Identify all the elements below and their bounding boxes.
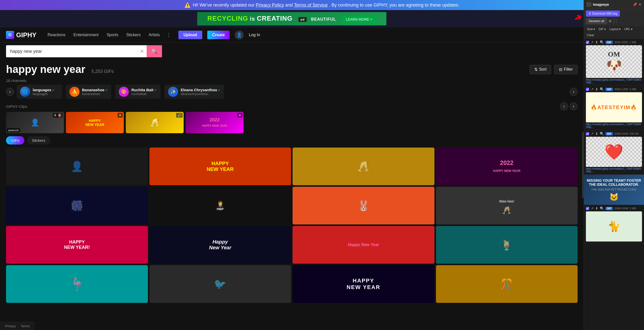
gif-item-6[interactable]: 🤵HBP	[149, 187, 291, 224]
gif-item-2[interactable]: HAPPYNEW YEAR	[149, 148, 291, 185]
gif-item-4[interactable]: 2022HAPPY NEW YEAR	[436, 148, 578, 185]
imageeye-settings-button[interactable]: ⚙	[609, 19, 612, 23]
imageeye-pin-button[interactable]: 📌	[633, 3, 637, 7]
imageeye-deselect-button[interactable]: Deselect all	[586, 18, 607, 24]
nav-reactions[interactable]: Reactions	[44, 31, 69, 39]
ie-item-1-preview[interactable]: OM 🐶	[586, 45, 642, 78]
ie-item-2-url: https://media2.giphy.com/media/v1_Y2lkPT…	[586, 123, 642, 128]
imageeye-ad[interactable]: MISSING YOUR TEAM? FOSTER THE IDEAL COLL…	[584, 175, 644, 205]
gif-item-1[interactable]: 👤	[6, 148, 148, 185]
clip-volume-button-2[interactable]: ✕	[117, 113, 123, 118]
gif-item-5[interactable]: 🎆	[6, 187, 148, 224]
clip-item-1[interactable]: 👤 peacock 🔇 ✕	[6, 112, 64, 133]
channel-card-bananashoe[interactable]: 🍌 Bananashoe✓ bananashoe	[66, 85, 111, 99]
ie-item-4-checkbox[interactable]	[586, 207, 589, 210]
clip-item-2[interactable]: HAPPYNEW YEAR ✕	[66, 112, 124, 133]
tab-gifs[interactable]: GIFs	[6, 136, 24, 145]
ie-item-2-preview[interactable]: 🔥ATESTEYIM🔥	[586, 92, 642, 122]
gif-item-13[interactable]: 🦩	[6, 265, 148, 303]
channels-nav: ‹ 🌐 languages✓ languages 🍌 Bananashoe✓ b…	[6, 85, 578, 99]
channel-card-ruchita[interactable]: 🎨 Ruchita Bait✓ ruchitabait	[115, 85, 160, 99]
ie-item-1-size: 2 MB	[630, 41, 636, 44]
gif-item-3[interactable]: 🥂	[293, 148, 434, 185]
sort-button[interactable]: ⇅ Sort	[530, 65, 551, 74]
ie-item-2-open-button[interactable]: ↗	[591, 87, 594, 91]
nav-artists[interactable]: Artists	[145, 31, 163, 39]
ie-item-4-open-button[interactable]: ↗	[591, 206, 594, 210]
gif-item-12[interactable]: 🍹	[436, 226, 578, 264]
ie-item-4-download-button[interactable]: ⬇	[595, 206, 598, 210]
ie-item-4-preview[interactable]: 🐈	[586, 211, 642, 242]
ie-item-2-checkbox[interactable]	[586, 88, 589, 91]
filter-layout-button[interactable]: Layout ▾	[608, 27, 622, 31]
content-tabs: GIFs Stickers	[0, 135, 584, 146]
channel-card-eleana[interactable]: ✨ Eleana Chrysanthou✓ eleanachrysanthou	[165, 85, 224, 99]
nav-entertainment[interactable]: Entertainment	[70, 31, 102, 39]
gif-item-9[interactable]: HAPPYNEW YEAR!	[6, 226, 148, 264]
filter-clear-button[interactable]: Clear	[586, 33, 595, 37]
filter-gif-button[interactable]: GIF ▾	[597, 27, 607, 31]
ie-item-1-download-button[interactable]: ⬇	[595, 40, 598, 44]
channels-label: 18 channels	[6, 78, 578, 83]
clips-prev-button[interactable]: ‹	[560, 102, 568, 110]
ie-item-1-checkbox[interactable]	[586, 41, 589, 44]
create-button[interactable]: Create	[207, 31, 230, 39]
tos-link[interactable]: Terms of Service	[294, 3, 328, 8]
gif-item-11[interactable]: Happy New Year	[293, 226, 434, 264]
imageeye-expand-button[interactable]: ⛶	[613, 19, 617, 23]
clip-volume-button-4[interactable]: ✕	[237, 113, 243, 118]
user-avatar-icon[interactable]: 👤	[235, 30, 244, 39]
nav-links: Reactions Entertainment Sports Stickers …	[44, 30, 173, 39]
clip-item-4[interactable]: 2022HAPPY NEW YEAR ✕	[186, 112, 244, 133]
gif-item-14[interactable]: 🐦	[149, 265, 291, 303]
privacy-policy-link[interactable]: Privacy Policy	[256, 3, 284, 8]
clips-next-button[interactable]: ›	[570, 102, 578, 110]
upload-button[interactable]: Upload	[178, 31, 202, 39]
ie-item-3-checkbox[interactable]	[586, 132, 589, 135]
ie-item-2-actions: ↗ ⬇ 🔍	[591, 87, 604, 91]
clip-close-button-1[interactable]: ✕	[53, 113, 58, 118]
ad-banner-inner[interactable]: RECYCLING is CREATING ad BEAUTIFUL LEARN…	[197, 12, 386, 25]
tab-stickers[interactable]: Stickers	[27, 136, 50, 145]
filter-size-button[interactable]: Size ▾	[586, 27, 596, 31]
nav-stickers[interactable]: Stickers	[123, 31, 144, 39]
channels-prev-button[interactable]: ‹	[6, 88, 14, 96]
channel-avatar-eleana: ✨	[168, 87, 178, 97]
ie-item-3-preview[interactable]: ❤️	[586, 137, 642, 167]
gif-item-16[interactable]: 🎊	[436, 265, 578, 303]
ie-item-2-zoom-button[interactable]: 🔍	[600, 87, 604, 91]
gif-item-7[interactable]: 🐰	[293, 187, 434, 224]
filter-button[interactable]: ⊟ Filter	[554, 65, 578, 74]
channels-next-button[interactable]: ›	[570, 88, 578, 96]
verified-icon-4: ✓	[218, 88, 220, 92]
search-button[interactable]: 🔍	[147, 45, 162, 57]
gif-item-15[interactable]: HAPPYNEW YEAR	[293, 265, 434, 303]
gif-item-10[interactable]: HappyNew Year	[149, 226, 291, 264]
channel-card-languages[interactable]: 🌐 languages✓ languages	[17, 85, 62, 99]
giphy-logo[interactable]: G GIPHY	[6, 31, 36, 39]
channels-list: 🌐 languages✓ languages 🍌 Bananashoe✓ ban…	[17, 85, 567, 99]
ad-cta-button[interactable]: LEARN MORE >	[342, 16, 376, 23]
footer-terms-link[interactable]: Terms	[21, 324, 30, 328]
ie-item-1-open-button[interactable]: ↗	[591, 40, 594, 44]
gif-item-8[interactable]: Wee-hee! 🥂	[436, 187, 578, 224]
ie-item-2-download-button[interactable]: ⬇	[595, 87, 598, 91]
imageeye-toolbar: ⬇ Download 966 img Deselect all ⚙ ⛶	[584, 9, 644, 26]
imageeye-close-button[interactable]: ✕	[638, 3, 641, 7]
ie-item-3-open-button[interactable]: ↗	[591, 132, 594, 136]
results-header: happy new year 5,253 GIFs ⇅ Sort ⊟ Filte…	[0, 61, 584, 77]
ie-item-3-zoom-button[interactable]: 🔍	[600, 132, 604, 136]
clip-volume-button-3[interactable]: 🔊	[176, 113, 183, 118]
clip-item-3[interactable]: 🥂 🔊	[126, 112, 184, 133]
nav-more-icon[interactable]: ⋮	[164, 30, 173, 39]
search-clear-button[interactable]: ✕	[137, 48, 147, 54]
footer-privacy-link[interactable]: Privacy	[5, 324, 16, 328]
filter-url-button[interactable]: URL ▾	[623, 27, 633, 31]
nav-sports[interactable]: Sports	[103, 31, 122, 39]
search-input[interactable]	[6, 46, 137, 57]
login-button[interactable]: Log In	[249, 33, 260, 37]
imageeye-download-button[interactable]: ⬇ Download 966 img	[586, 11, 620, 17]
ie-item-4-zoom-button[interactable]: 🔍	[600, 206, 604, 210]
ie-item-3-download-button[interactable]: ⬇	[595, 132, 598, 136]
ie-item-1-zoom-button[interactable]: 🔍	[600, 40, 604, 44]
